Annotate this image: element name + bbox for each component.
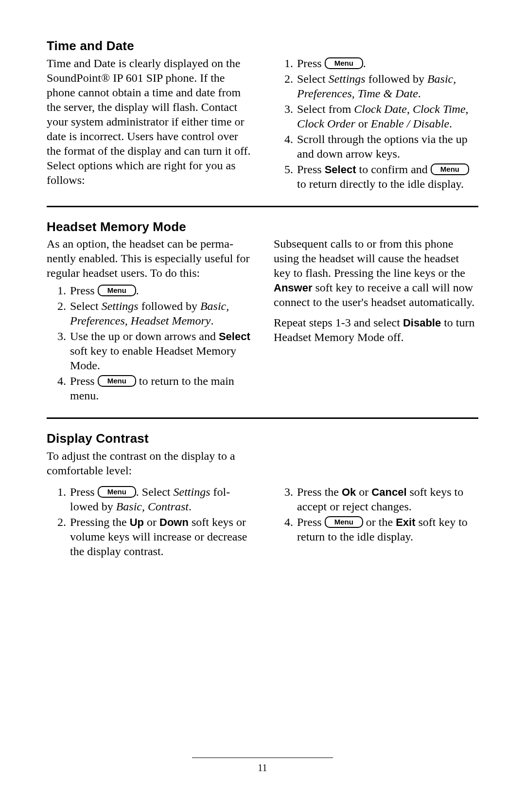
text-bold: Cancel [371, 486, 406, 498]
text-italic: Clock Time [413, 103, 466, 115]
step-2: Select Settings followed by Basic, Prefe… [69, 299, 251, 328]
text: Select [70, 300, 102, 312]
text: Press the [297, 486, 342, 498]
text-bold: Answer [274, 282, 312, 294]
text-italic: Basic, Contrast [116, 500, 189, 513]
section-divider [47, 206, 478, 207]
text-bold: Ok [342, 486, 356, 498]
text: Press [297, 516, 325, 528]
section-display-contrast: Display Contrast To adjust the contrast … [47, 431, 478, 559]
page-content: Time and Date Time and Date is clearly d… [47, 38, 478, 559]
columns: Press Menu. Select Settings fol­lowed by… [47, 485, 478, 559]
text: Press [70, 284, 98, 297]
text-italic: Settings [102, 300, 139, 312]
step-4: Scroll through the options via the up an… [296, 132, 478, 161]
text-italic: Clock Order [297, 117, 355, 130]
text: Select [297, 72, 329, 85]
text-italic: Settings [173, 486, 210, 498]
text: . [189, 500, 192, 513]
text: followed by [139, 300, 200, 312]
intro-paragraph: Time and Date is clearly displayed on th… [47, 56, 251, 187]
text: . [418, 87, 421, 100]
step-5: Press Select to confirm and Menu to retu… [296, 162, 478, 191]
text-bold: Disable [403, 317, 441, 329]
text: Press [70, 486, 98, 498]
step-2: Pressing the Up or Down soft keys or vol… [69, 515, 251, 559]
column-left: As an option, the headset can be perma­n… [47, 236, 251, 404]
intro-paragraph: To adjust the contrast on the display to… [47, 449, 256, 478]
step-3: Select from Clock Date, Clock Time, Cloc… [296, 102, 478, 131]
columns: Time and Date is clearly displayed on th… [47, 56, 478, 192]
text-bold: Down [159, 516, 189, 528]
text: , [466, 103, 469, 115]
text-bold: Exit [396, 516, 415, 528]
step-3: Use the up or down arrows and Select sof… [69, 329, 251, 373]
column-right: Press the Ok or Cancel soft keys to acce… [274, 485, 478, 559]
text-italic: Clock Date [354, 103, 407, 115]
text: . [136, 284, 139, 297]
menu-key-icon: Menu [98, 486, 136, 498]
text: soft key to enable Headset Memory Mode. [70, 344, 236, 372]
menu-key-icon: Menu [325, 516, 363, 528]
step-4: Press Menu or the Exit soft key to retur… [296, 515, 478, 544]
text: Scroll through the options via the up an… [297, 133, 468, 160]
step-1: Press Menu. Select Settings fol­lowed by… [69, 485, 251, 514]
text: or [355, 117, 371, 130]
text: or the [363, 516, 396, 528]
text: or [356, 486, 371, 498]
text: Press [297, 163, 325, 176]
steps-list: Press Menu. Select Settings followed by … [47, 283, 251, 403]
text: Select from [297, 103, 354, 115]
menu-key-icon: Menu [325, 57, 363, 69]
text: or [144, 516, 159, 528]
text: Press [297, 57, 325, 70]
menu-key-icon: Menu [431, 163, 469, 175]
column-left: Press Menu. Select Settings fol­lowed by… [47, 485, 251, 559]
text: to confirm and [356, 163, 431, 176]
text: Repeat steps 1-3 and select [274, 316, 403, 329]
text: , [407, 103, 413, 115]
section-time-and-date: Time and Date Time and Date is clearly d… [47, 38, 478, 192]
text: . Select [136, 486, 174, 498]
page-number: 11 [0, 762, 525, 774]
step-1: Press Menu. [296, 56, 478, 71]
text: . [363, 57, 366, 70]
section-divider [47, 417, 478, 419]
heading-headset-memory-mode: Headset Memory Mode [47, 219, 478, 235]
step-4: Press Menu to return to the main menu. [69, 374, 251, 403]
step-3: Press the Ok or Cancel soft keys to acce… [296, 485, 478, 514]
text: Pressing the [70, 516, 130, 528]
text: Subsequent calls to or from this phone u… [274, 237, 465, 279]
text: . [210, 314, 213, 327]
text-italic: Settings [329, 72, 366, 85]
steps-list: Press the Ok or Cancel soft keys to acce… [274, 485, 478, 544]
text-italic: Enable / Disable [371, 117, 449, 130]
column-right: Press Menu. Select Settings followed by … [274, 56, 478, 192]
text: Press [70, 375, 98, 387]
text-bold: Select [219, 330, 250, 343]
footer-rule [192, 758, 333, 758]
text: followed by [366, 72, 427, 85]
steps-list: Press Menu. Select Settings followed by … [274, 56, 478, 191]
steps-list: Press Menu. Select Settings fol­lowed by… [47, 485, 251, 559]
text: . [449, 117, 452, 130]
text: Use the up or down arrows and [70, 330, 219, 343]
text-bold: Up [130, 516, 144, 528]
step-2: Select Settings followed by Basic, Prefe… [296, 72, 478, 101]
column-right: Subsequent calls to or from this phone u… [274, 236, 478, 404]
intro-paragraph: As an option, the headset can be perma­n… [47, 236, 251, 280]
menu-key-icon: Menu [98, 285, 136, 296]
paragraph: Repeat steps 1-3 and select Disable to t… [274, 315, 478, 344]
section-headset-memory-mode: Headset Memory Mode As an option, the he… [47, 219, 478, 404]
columns: As an option, the headset can be perma­n… [47, 236, 478, 404]
column-left: Time and Date is clearly displayed on th… [47, 56, 251, 192]
menu-key-icon: Menu [98, 375, 136, 387]
heading-time-and-date: Time and Date [47, 38, 478, 54]
document-page: Time and Date Time and Date is clearly d… [0, 0, 525, 812]
heading-display-contrast: Display Contrast [47, 431, 478, 447]
text-bold: Select [325, 163, 356, 176]
step-1: Press Menu. [69, 283, 251, 298]
page-footer: 11 [0, 758, 525, 774]
paragraph: Subsequent calls to or from this phone u… [274, 236, 478, 309]
text: to return directly to the idle display. [297, 178, 464, 190]
